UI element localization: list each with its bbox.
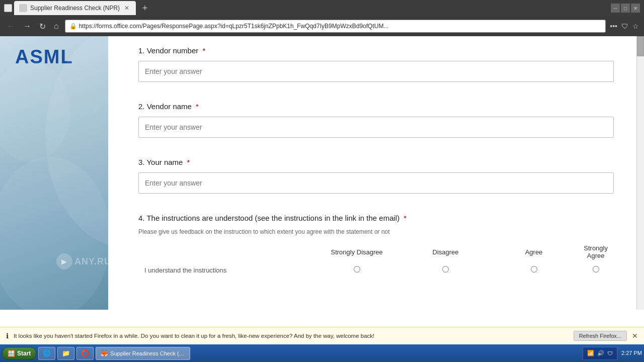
radio-strongly-agree[interactable]	[593, 266, 599, 273]
window-controls: ─ □ ✕	[611, 4, 640, 13]
taskbar-explorer-button[interactable]: 📁	[57, 347, 74, 360]
shield-icon[interactable]: 🛡	[621, 22, 628, 30]
taskbar-right: 📶 🔊 🛡 2:27 PM	[583, 347, 642, 360]
anyrun-play-icon: ▶	[56, 253, 72, 269]
main-layout: ASML ▶ ANY.RUN 1. Vendor number * 2.	[0, 36, 644, 310]
url-box[interactable]: 🔒 https://forms.office.com/Pages/Respons…	[65, 20, 606, 33]
taskbar-firefox-button[interactable]: 🦊 Supplier Readiness Check (NPR)	[96, 347, 190, 360]
tab-close-button[interactable]: ✕	[123, 4, 131, 12]
sidebar: ASML ▶ ANY.RUN	[0, 36, 108, 310]
start-icon: 🪟	[8, 350, 15, 357]
taskbar: 🪟 Start 🌐 📁 ⭕ 🦊 Supplier Readiness Check…	[0, 344, 644, 362]
notification-text: It looks like you haven't started Firefo…	[14, 333, 569, 339]
tab-title: Supplier Readiness Check (NPR)	[30, 5, 120, 12]
question-1-required: *	[202, 46, 205, 55]
question-2-required: *	[196, 102, 199, 111]
question-3-block: 3. Your name *	[138, 158, 614, 194]
explorer-icon: 📁	[62, 349, 70, 357]
question-4-label: 4. The instructions are understood (see …	[138, 214, 614, 222]
system-tray: 📶 🔊 🛡	[583, 347, 617, 360]
question-4-text: The instructions are understood (see the…	[146, 214, 399, 222]
question-2-number: 2.	[138, 102, 147, 111]
notification-icon: ℹ	[6, 332, 9, 340]
question-4-hint: Please give us feedback on the instructi…	[138, 228, 614, 235]
taskbar-chrome-button[interactable]: ⭕	[76, 347, 94, 360]
question-3-required: *	[187, 158, 190, 166]
likert-header-row: Strongly Disagree Disagree Agree Strongl…	[138, 241, 614, 262]
question-1-number: 1.	[138, 46, 147, 55]
bookmark-icon[interactable]: ☆	[632, 22, 639, 30]
notification-close-button[interactable]: ✕	[632, 332, 638, 340]
likert-header-disagree: Disagree	[401, 241, 490, 262]
question-3-label: 3. Your name *	[138, 158, 614, 166]
likert-table: Strongly Disagree Disagree Agree Strongl…	[138, 241, 614, 278]
likert-cell-agree[interactable]	[490, 262, 578, 278]
radio-strongly-disagree[interactable]	[354, 266, 360, 273]
question-3-text: Your name	[146, 158, 183, 166]
notification-bar: ℹ It looks like you haven't started Fire…	[0, 327, 644, 344]
radio-disagree[interactable]	[442, 266, 449, 273]
maximize-button[interactable]: □	[621, 4, 630, 13]
chrome-icon: ⭕	[81, 349, 89, 357]
more-options-icon[interactable]: •••	[610, 22, 617, 30]
question-1-label: 1. Vendor number *	[138, 46, 614, 55]
close-window-button[interactable]: ✕	[631, 4, 640, 13]
your-name-input[interactable]	[138, 172, 614, 194]
new-tab-button[interactable]: +	[138, 1, 152, 15]
taskbar-ie-button[interactable]: 🌐	[38, 347, 55, 360]
start-button[interactable]: 🪟 Start	[2, 347, 36, 360]
likert-cell-strongly-agree[interactable]	[578, 262, 614, 278]
likert-cell-disagree[interactable]	[401, 262, 490, 278]
likert-row-label: I understand the instructions	[138, 262, 312, 278]
vendor-number-input[interactable]	[138, 61, 614, 82]
likert-header-empty	[138, 241, 312, 262]
reload-button[interactable]: ↻	[37, 20, 48, 33]
question-1-block: 1. Vendor number *	[138, 46, 614, 82]
question-4-required: *	[404, 214, 407, 222]
anyrun-watermark: ▶ ANY.RUN	[56, 253, 108, 269]
anyrun-text: ANY.RUN	[74, 256, 108, 267]
back-button[interactable]: ←	[5, 20, 17, 33]
refresh-firefox-button[interactable]: Refresh Firefox...	[574, 331, 627, 341]
firefox-icon: 🦊	[100, 349, 108, 357]
scrollbar-thumb[interactable]	[637, 36, 644, 56]
address-bar-actions: ••• 🛡 ☆	[610, 22, 639, 30]
browser-tab[interactable]: Supplier Readiness Check (NPR) ✕	[14, 1, 136, 15]
tab-favicon	[4, 4, 12, 12]
system-clock[interactable]: 2:27 PM	[621, 349, 642, 356]
likert-header-agree: Agree	[490, 241, 578, 262]
question-4-block: 4. The instructions are understood (see …	[138, 214, 614, 278]
tray-network-icon: 📶	[587, 350, 594, 356]
forward-button[interactable]: →	[21, 20, 33, 33]
question-2-label: 2. Vendor name *	[138, 102, 614, 111]
ie-icon: 🌐	[43, 349, 51, 357]
radio-agree[interactable]	[531, 266, 537, 273]
taskbar-active-label: Supplier Readiness Check (NPR)	[110, 350, 186, 356]
question-3-number: 3.	[138, 158, 146, 166]
likert-header-strongly-disagree: Strongly Disagree	[312, 241, 401, 262]
tray-volume-icon: 🔊	[597, 350, 604, 356]
tab-icon	[19, 4, 27, 12]
scrollbar-track[interactable]	[636, 36, 644, 310]
url-text: https://forms.office.com/Pages/ResponseP…	[79, 23, 602, 30]
tray-security-icon: 🛡	[607, 350, 613, 356]
title-bar: Supplier Readiness Check (NPR) ✕ + ─ □ ✕	[0, 0, 644, 16]
likert-row: I understand the instructions	[138, 262, 614, 278]
likert-header-strongly-agree: Strongly Agree	[578, 241, 614, 262]
address-bar: ← → ↻ ⌂ 🔒 https://forms.office.com/Pages…	[0, 16, 644, 36]
question-1-text: Vendor number	[147, 46, 199, 55]
vendor-name-input[interactable]	[138, 117, 614, 138]
question-2-block: 2. Vendor name *	[138, 102, 614, 138]
question-4-number: 4.	[138, 214, 146, 222]
likert-cell-strongly-disagree[interactable]	[312, 262, 401, 278]
start-label: Start	[17, 350, 31, 357]
form-content: 1. Vendor number * 2. Vendor name * 3. Y…	[108, 36, 644, 310]
question-2-text: Vendor name	[147, 102, 192, 111]
clock-time: 2:27 PM	[621, 349, 642, 356]
security-lock-icon: 🔒	[69, 23, 77, 30]
minimize-button[interactable]: ─	[611, 4, 620, 13]
svg-point-1	[0, 157, 108, 310]
home-button[interactable]: ⌂	[52, 20, 61, 33]
